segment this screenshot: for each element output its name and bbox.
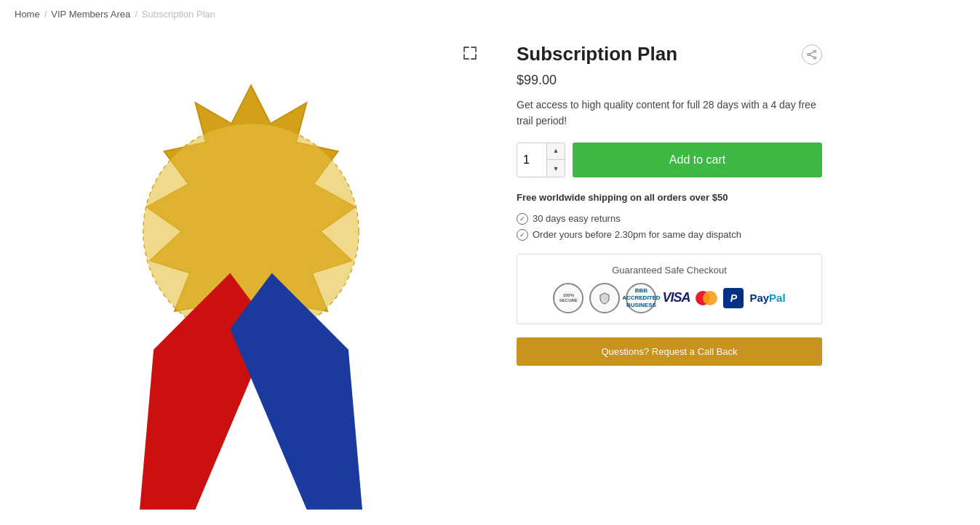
breadcrumb-vip[interactable]: VIP Members Area	[51, 9, 130, 20]
breadcrumb-home[interactable]: Home	[15, 9, 40, 20]
quantity-control: ▲ ▼	[517, 143, 565, 177]
product-image	[15, 36, 487, 525]
call-back-button[interactable]: Questions? Request a Call Back	[517, 337, 822, 366]
safe-checkout-title: Guaranteed Safe Checkout	[527, 265, 811, 276]
benefits-list: ✓ 30 days easy returns ✓ Order yours bef…	[517, 213, 822, 241]
quantity-up-button[interactable]: ▲	[547, 143, 565, 161]
quantity-arrows: ▲ ▼	[546, 143, 565, 177]
benefit-item-returns: ✓ 30 days easy returns	[517, 213, 822, 225]
breadcrumb-sep-1: /	[44, 9, 47, 20]
paypal-text-badge: PayPal	[749, 292, 785, 304]
expand-icon[interactable]	[463, 46, 477, 64]
quantity-down-button[interactable]: ▼	[547, 160, 565, 177]
breadcrumb-sep-2: /	[135, 9, 138, 20]
check-icon-dispatch: ✓	[517, 229, 528, 241]
product-price: $99.00	[517, 73, 822, 88]
benefit-item-dispatch: ✓ Order yours before 2.30pm for same day…	[517, 229, 822, 241]
product-image-area	[15, 36, 487, 525]
breadcrumb: Home / VIP Members Area / Subscription P…	[0, 0, 980, 28]
product-details: Subscription Plan $99.00 Get access to h…	[517, 36, 822, 525]
svg-point-9	[808, 53, 810, 55]
product-description: Get access to high quality content for f…	[517, 97, 822, 129]
benefit-dispatch-text: Order yours before 2.30pm for same day d…	[533, 229, 741, 240]
add-to-cart-row: ▲ ▼ Add to cart	[517, 143, 822, 177]
svg-line-10	[810, 52, 814, 54]
product-title: Subscription Plan	[517, 43, 677, 65]
payment-icons: 100%SECURE BBBACCREDITEDBUSINESS VISA	[527, 283, 811, 313]
add-to-cart-button[interactable]: Add to cart	[573, 143, 822, 177]
svg-marker-4	[230, 273, 362, 509]
benefit-returns-text: 30 days easy returns	[533, 213, 621, 224]
bbb-badge: BBBACCREDITEDBUSINESS	[626, 283, 656, 313]
product-title-row: Subscription Plan	[517, 43, 822, 65]
quantity-input[interactable]	[517, 143, 546, 177]
breadcrumb-current: Subscription Plan	[142, 9, 215, 20]
svg-point-7	[814, 50, 816, 52]
visa-badge: VISA	[662, 290, 690, 305]
share-icon[interactable]	[802, 44, 822, 65]
svg-line-11	[810, 55, 814, 57]
security-badge-1: 100%SECURE	[553, 283, 583, 313]
security-badge-2	[589, 283, 620, 313]
safe-checkout-box: Guaranteed Safe Checkout 100%SECURE BBBA…	[517, 254, 822, 324]
shipping-note: Free worldwide shipping on all orders ov…	[517, 192, 822, 203]
check-icon-returns: ✓	[517, 213, 528, 225]
paypal-p-icon: P	[723, 288, 744, 308]
mastercard-badge	[696, 291, 717, 305]
main-content: Subscription Plan $99.00 Get access to h…	[0, 28, 873, 525]
svg-point-8	[814, 57, 816, 59]
